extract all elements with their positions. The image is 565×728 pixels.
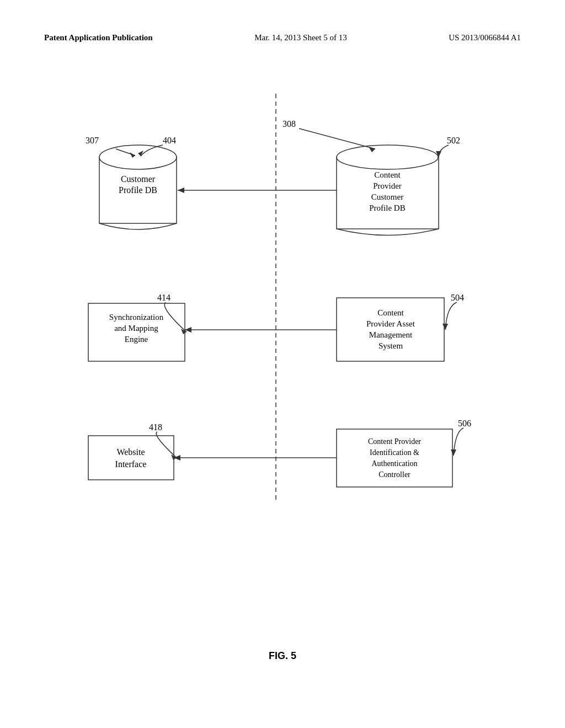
label-414: 414 bbox=[157, 293, 170, 302]
cp-asset-label4: System bbox=[379, 341, 403, 350]
customer-profile-db-label: Customer bbox=[121, 174, 156, 184]
cp-id-label3: Authentication bbox=[371, 459, 417, 468]
header: Patent Application Publication Mar. 14, … bbox=[44, 33, 521, 42]
svg-rect-17 bbox=[337, 298, 444, 361]
cp-asset-label2: Provider Asset bbox=[366, 319, 415, 328]
diagram-svg: Customer Profile DB 307 404 Synchronizat… bbox=[44, 72, 519, 612]
cp-customer-profile-label3: Customer bbox=[371, 192, 403, 201]
cp-asset-label1: Content bbox=[377, 308, 404, 317]
sync-engine-label2: and Mapping bbox=[114, 324, 158, 333]
label-307: 307 bbox=[86, 136, 99, 145]
customer-profile-db-label2: Profile DB bbox=[119, 185, 157, 195]
label-418: 418 bbox=[149, 422, 162, 432]
svg-point-2 bbox=[99, 145, 177, 169]
website-interface-label1: Website bbox=[116, 447, 145, 457]
svg-line-12 bbox=[299, 129, 375, 149]
page: Patent Application Publication Mar. 14, … bbox=[0, 0, 565, 728]
website-interface-label2: Interface bbox=[115, 459, 147, 469]
sync-engine-label1: Synchronization bbox=[109, 313, 164, 322]
figure-caption: FIG. 5 bbox=[269, 650, 296, 662]
label-506: 506 bbox=[458, 419, 471, 428]
cp-customer-profile-label2: Provider bbox=[373, 181, 402, 190]
label-502: 502 bbox=[447, 136, 460, 145]
label-404: 404 bbox=[163, 136, 176, 145]
cp-id-label1: Content Provider bbox=[368, 437, 421, 446]
label-308: 308 bbox=[282, 119, 296, 129]
svg-marker-16 bbox=[178, 188, 184, 193]
sync-engine-label3: Engine bbox=[125, 335, 148, 344]
date-sheet-label: Mar. 14, 2013 Sheet 5 of 13 bbox=[254, 33, 347, 42]
publication-label: Patent Application Publication bbox=[44, 33, 153, 42]
cp-asset-label3: Management bbox=[369, 330, 413, 339]
patent-number-label: US 2013/0066844 A1 bbox=[449, 33, 521, 42]
cp-customer-profile-label4: Profile DB bbox=[369, 204, 405, 212]
label-504: 504 bbox=[451, 293, 464, 302]
cp-customer-profile-label1: Content bbox=[374, 170, 401, 179]
cp-id-label2: Identification & bbox=[370, 448, 419, 457]
cp-id-label4: Controller bbox=[379, 470, 411, 479]
svg-point-11 bbox=[337, 145, 438, 169]
